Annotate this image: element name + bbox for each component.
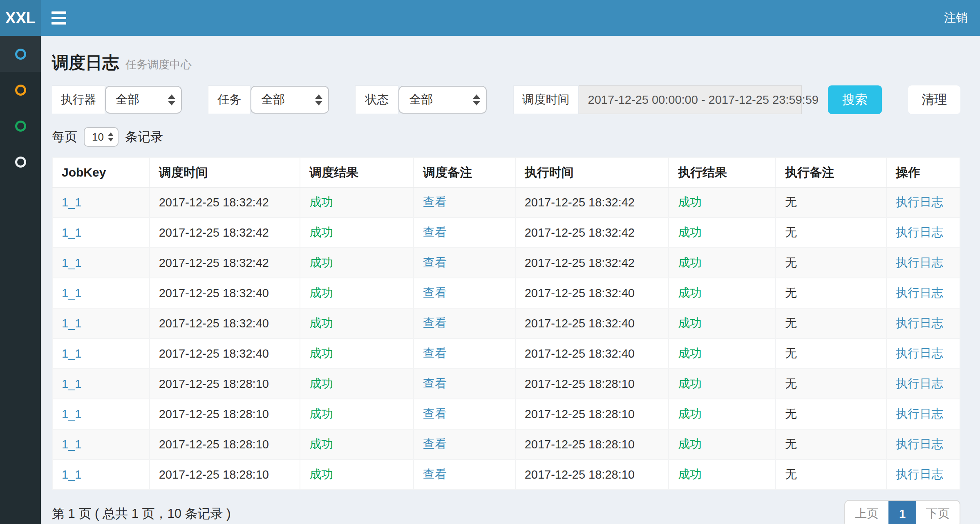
column-header: 调度时间 — [150, 158, 300, 187]
logout-link[interactable]: 注销 — [944, 10, 968, 26]
execution-log-link[interactable]: 执行日志 — [896, 226, 943, 239]
execution-log-link[interactable]: 执行日志 — [896, 468, 943, 481]
trigger-msg-view-link[interactable]: 查看 — [423, 195, 447, 208]
trigger-time-cell: 2017-12-25 18:32:40 — [159, 317, 269, 330]
next-page-button[interactable]: 下页 — [916, 501, 960, 524]
prev-page-button[interactable]: 上页 — [845, 501, 888, 524]
status-select[interactable]: 全部 — [398, 86, 487, 114]
jobkey-link[interactable]: 1_1 — [62, 287, 81, 300]
execution-log-link[interactable]: 执行日志 — [896, 437, 943, 450]
column-header: 执行备注 — [776, 158, 886, 187]
trigger-result-cell: 成功 — [309, 347, 333, 360]
handle-result-cell: 成功 — [678, 316, 702, 329]
sidebar-toggle-icon[interactable] — [51, 11, 66, 25]
handle-result-cell: 成功 — [678, 286, 702, 299]
handle-msg-cell: 无 — [785, 347, 797, 360]
time-filter-group: 调度时间 2017-12-25 00:00:00 - 2017-12-25 23… — [513, 85, 802, 114]
job-filter-group: 任务 全部 — [208, 85, 329, 114]
search-button[interactable]: 搜索 — [828, 85, 882, 114]
page-title: 调度日志 — [52, 52, 119, 74]
pagination-summary: 第 1 页 ( 总共 1 页，10 条记录 ) — [52, 505, 231, 522]
trigger-msg-view-link[interactable]: 查看 — [423, 226, 447, 239]
content: 调度日志 任务调度中心 执行器 全部 任务 全部 状态 全部 调度时间 — [41, 36, 980, 524]
sidebar-item-3[interactable] — [0, 108, 41, 144]
table-row: 1_1 2017-12-25 18:32:42 成功 查看 2017-12-25… — [52, 187, 960, 217]
app-logo[interactable]: XXL — [0, 0, 41, 36]
time-range-input[interactable]: 2017-12-25 00:00:00 - 2017-12-25 23:59:5… — [579, 85, 802, 114]
navbar: XXL 注销 — [0, 0, 980, 36]
execution-log-link[interactable]: 执行日志 — [896, 347, 943, 360]
table-row: 1_1 2017-12-25 18:28:10 成功 查看 2017-12-25… — [52, 369, 960, 399]
trigger-result-cell: 成功 — [309, 286, 333, 299]
sidebar-item-2[interactable] — [0, 72, 41, 108]
execution-log-link[interactable]: 执行日志 — [896, 286, 943, 299]
handle-msg-cell: 无 — [785, 286, 797, 299]
trigger-time-cell: 2017-12-25 18:32:42 — [159, 226, 269, 239]
navbar-content: 注销 — [41, 0, 980, 36]
handle-time-cell: 2017-12-25 18:28:10 — [525, 468, 635, 481]
trigger-time-cell: 2017-12-25 18:32:42 — [159, 196, 269, 209]
table-row: 1_1 2017-12-25 18:32:40 成功 查看 2017-12-25… — [52, 338, 960, 369]
trigger-msg-view-link[interactable]: 查看 — [423, 256, 447, 269]
execution-log-link[interactable]: 执行日志 — [896, 316, 943, 329]
jobkey-link[interactable]: 1_1 — [62, 196, 81, 209]
jobkey-link[interactable]: 1_1 — [62, 347, 81, 360]
trigger-time-cell: 2017-12-25 18:32:40 — [159, 347, 269, 360]
execution-log-link[interactable]: 执行日志 — [896, 377, 943, 390]
trigger-time-cell: 2017-12-25 18:28:10 — [159, 438, 269, 451]
jobkey-link[interactable]: 1_1 — [62, 468, 81, 481]
executor-select[interactable]: 全部 — [105, 86, 182, 114]
trigger-result-cell: 成功 — [309, 256, 333, 269]
sidebar-item-4[interactable] — [0, 144, 41, 180]
trigger-result-cell: 成功 — [309, 468, 333, 481]
trigger-msg-view-link[interactable]: 查看 — [423, 347, 447, 360]
jobkey-link[interactable]: 1_1 — [62, 408, 81, 421]
select-arrows-icon — [315, 94, 322, 105]
handle-msg-cell: 无 — [785, 407, 797, 420]
current-page-button[interactable]: 1 — [888, 501, 916, 524]
clear-button[interactable]: 清理 — [908, 85, 960, 114]
execution-log-link[interactable]: 执行日志 — [896, 407, 943, 420]
page-size-select[interactable]: 10 — [84, 127, 119, 147]
handle-time-cell: 2017-12-25 18:32:40 — [525, 347, 635, 360]
jobkey-link[interactable]: 1_1 — [62, 438, 81, 451]
handle-msg-cell: 无 — [785, 437, 797, 450]
circle-o-icon — [15, 157, 26, 168]
table-footer: 第 1 页 ( 总共 1 页，10 条记录 ) 上页 1 下页 — [52, 500, 960, 524]
time-filter-label: 调度时间 — [513, 85, 579, 114]
status-select-value: 全部 — [409, 92, 433, 108]
page-size-value: 10 — [92, 131, 104, 143]
trigger-msg-view-link[interactable]: 查看 — [423, 468, 447, 481]
trigger-msg-view-link[interactable]: 查看 — [423, 437, 447, 450]
trigger-msg-view-link[interactable]: 查看 — [423, 407, 447, 420]
job-select[interactable]: 全部 — [251, 86, 329, 114]
column-header: 执行时间 — [515, 158, 669, 187]
trigger-time-cell: 2017-12-25 18:28:10 — [159, 408, 269, 421]
trigger-result-cell: 成功 — [309, 407, 333, 420]
jobkey-link[interactable]: 1_1 — [62, 377, 81, 390]
sidebar-menu — [0, 36, 41, 180]
status-filter-group: 状态 全部 — [355, 85, 487, 114]
jobkey-link[interactable]: 1_1 — [62, 226, 81, 239]
log-table: JobKey调度时间调度结果调度备注执行时间执行结果执行备注操作 1_1 201… — [52, 157, 960, 490]
page-size-prefix: 每页 — [52, 128, 77, 146]
execution-log-link[interactable]: 执行日志 — [896, 195, 943, 208]
jobkey-link[interactable]: 1_1 — [62, 256, 81, 269]
table-header-row: JobKey调度时间调度结果调度备注执行时间执行结果执行备注操作 — [52, 158, 960, 187]
sidebar-item-1[interactable] — [0, 36, 41, 72]
trigger-result-cell: 成功 — [309, 195, 333, 208]
table-row: 1_1 2017-12-25 18:28:10 成功 查看 2017-12-25… — [52, 459, 960, 490]
trigger-time-cell: 2017-12-25 18:28:10 — [159, 468, 269, 481]
trigger-msg-view-link[interactable]: 查看 — [423, 316, 447, 329]
trigger-msg-view-link[interactable]: 查看 — [423, 377, 447, 390]
handle-time-cell: 2017-12-25 18:32:40 — [525, 287, 635, 300]
circle-o-icon — [15, 121, 26, 132]
circle-o-icon — [15, 85, 26, 96]
handle-result-cell: 成功 — [678, 226, 702, 239]
execution-log-link[interactable]: 执行日志 — [896, 256, 943, 269]
page-size-row: 每页 10 条记录 — [52, 127, 960, 147]
page-size-suffix: 条记录 — [125, 128, 163, 146]
trigger-msg-view-link[interactable]: 查看 — [423, 286, 447, 299]
jobkey-link[interactable]: 1_1 — [62, 317, 81, 330]
job-filter-label: 任务 — [208, 85, 251, 114]
